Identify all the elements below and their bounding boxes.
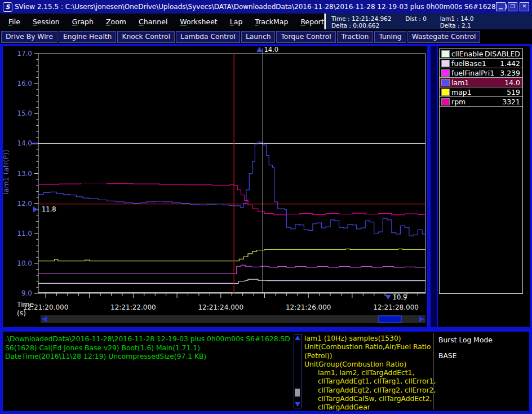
- cursor-status-box: Time : 12:21:24.962 Dist : 0 lam1 : 14.0…: [324, 14, 532, 29]
- menu-trackmap[interactable]: TrackMap: [249, 17, 294, 26]
- channel-value: DISABLED: [485, 50, 520, 58]
- tab-engine-health[interactable]: Engine Health: [59, 31, 116, 43]
- channel-value: 14.0: [504, 78, 520, 87]
- scroll-up-icon[interactable]: [295, 336, 300, 340]
- channel-legend: cllEnableDISABLEDfuelBase11.442fuelFinal…: [439, 49, 523, 294]
- channel-unit-info-line: cllTargAddCalSw, cllTargAddEct2,: [304, 395, 432, 403]
- x-tick-label: 12:21:26.000: [286, 303, 331, 311]
- menu-session[interactable]: Session: [26, 17, 66, 26]
- max-marker-icon: [256, 47, 262, 52]
- tab-tuning[interactable]: Tuning: [374, 31, 406, 43]
- channel-row-lam1[interactable]: lam114.0: [440, 78, 522, 87]
- y-tick-label: 13.0: [17, 170, 32, 178]
- x-tick-label: 12:21:24.000: [198, 303, 243, 311]
- menu-bar: FileSessionGraphZoomChannelWorksheetLapT…: [0, 14, 532, 29]
- channel-name: fuelFinalPri1: [451, 69, 500, 77]
- status-dist: Dist : 0: [405, 15, 438, 22]
- channel-row-fuelFinalPri1[interactable]: fuelFinalPri13.239: [440, 68, 522, 78]
- y-tick-label: 16.0: [17, 80, 32, 87]
- channel-unit-info-line: cllTargAddEgt2, cllTarg2, cllError2,: [304, 386, 432, 395]
- tab-traction[interactable]: Traction: [337, 31, 374, 43]
- channel-value: 3321: [502, 98, 520, 106]
- x-tick-label: 12:21:22.000: [110, 303, 156, 311]
- channel-color-swatch: [441, 50, 450, 58]
- info-panel: .\DownloadedData\2016-11-28\2016-11-28 1…: [3, 332, 529, 411]
- channel-color-swatch: [441, 69, 450, 77]
- channel-row-map1[interactable]: map1519: [440, 87, 522, 97]
- worksheet-tab-bar: Drive By WireEngine HealthKnock ControlL…: [0, 29, 532, 44]
- channel-color-swatch: [441, 98, 450, 105]
- y-tick-label: 11.0: [17, 230, 32, 237]
- tab-launch[interactable]: Launch: [241, 31, 276, 43]
- log-file-info-line: DateTime(2016\11\28 12:19) UncompressedS…: [5, 353, 290, 362]
- channel-name: map1: [451, 88, 507, 96]
- max-marker-label: 14.0: [264, 46, 278, 54]
- title-bar: S SView 2.15.5 : C:\Users\jonesen\OneDri…: [0, 0, 532, 14]
- y-tick-label: 9.0: [21, 289, 32, 297]
- channel-name: rpm: [451, 98, 502, 106]
- log-file-info-line: .\DownloadedData\2016-11-28\2016-11-28 1…: [5, 335, 290, 344]
- sview-logo-icon: S: [3, 2, 12, 12]
- status-channel-delta: Delta : 2.1: [440, 22, 471, 29]
- channel-unit-info-line: lam1 (10Hz) samples(1530): [304, 334, 432, 343]
- panel-splitter[interactable]: [431, 46, 437, 327]
- channel-value: 3.239: [500, 69, 520, 77]
- menu-file[interactable]: File: [2, 17, 26, 26]
- channel-panel: cllEnableDISABLEDfuelBase11.442fuelFinal…: [438, 46, 530, 327]
- menu-lap[interactable]: Lap: [224, 17, 249, 26]
- minimize-button[interactable]: ▁: [496, 2, 506, 11]
- channel-color-swatch: [441, 60, 450, 67]
- channel-name: fuelBase1: [451, 59, 500, 68]
- lam1-chart: 9.010.011.012.013.014.015.016.017.012:21…: [3, 46, 427, 327]
- channel-name: cllEnable: [451, 50, 485, 58]
- min-marker-label: 10.9: [393, 293, 407, 301]
- tab-torque-control[interactable]: Torque Control: [276, 31, 335, 43]
- menu-worksheet[interactable]: Worksheet: [174, 17, 223, 26]
- channel-row-rpm[interactable]: rpm3321: [440, 97, 522, 107]
- y-tick-label: 10.0: [17, 259, 32, 267]
- window-title: SView 2.15.5 : C:\Users\jonesen\OneDrive…: [15, 3, 507, 11]
- log-mode-label: Burst Log Mode: [438, 336, 493, 344]
- channel-unit-info-line: cllTargAddEgt1, cllTarg1, cllError1,: [304, 377, 432, 386]
- y-tick-label: 17.0: [17, 50, 32, 58]
- x-axis-title: (s): [17, 309, 26, 317]
- channel-unit-info-line: (Petrol)): [304, 352, 432, 360]
- y-tick-label: 15.0: [17, 109, 32, 117]
- tab-lambda-control[interactable]: Lambda Control: [176, 31, 240, 43]
- menu-channel[interactable]: Channel: [132, 17, 174, 26]
- plot-border: [38, 54, 425, 293]
- app-window: S SView 2.15.5 : C:\Users\jonesen\OneDri…: [0, 0, 532, 414]
- time-scrollbar-thumb[interactable]: [379, 316, 401, 323]
- maximize-button[interactable]: ❐: [508, 2, 517, 11]
- time-scrollbar-track[interactable]: [41, 315, 425, 323]
- min-marker-icon: [385, 295, 391, 300]
- channel-info-scrollbar[interactable]: [294, 334, 302, 408]
- y-tick-label: 12.0: [17, 200, 32, 208]
- tab-wastegate-control[interactable]: Wastegate Control: [407, 31, 481, 43]
- log-mode-info: Burst Log Mode BASE: [438, 336, 493, 368]
- log-file-info: .\DownloadedData\2016-11-28\2016-11-28 1…: [5, 335, 290, 362]
- channel-unit-info-line: UnitGroup(Combustion Ratio): [304, 360, 432, 369]
- scrollbar-thumb[interactable]: [295, 389, 300, 397]
- trace-fuelFinalPri1: [38, 265, 425, 274]
- channel-value: 519: [507, 88, 520, 96]
- tab-drive-by-wire[interactable]: Drive By Wire: [1, 31, 57, 43]
- channel-row-cllEnable[interactable]: cllEnableDISABLED: [440, 49, 522, 59]
- trace-map1: [38, 249, 425, 261]
- menu-zoom[interactable]: Zoom: [100, 17, 132, 26]
- channel-unit-info-line: Unit(Combustion Ratio,Air/Fuel Ratio: [304, 343, 432, 351]
- tab-knock-control[interactable]: Knock Control: [117, 31, 175, 43]
- cal-mode-label: BASE: [438, 352, 493, 360]
- menu-graph[interactable]: Graph: [66, 17, 100, 26]
- footer-divider: [433, 333, 433, 409]
- channel-unit-info-line: cllTargAddGear: [304, 403, 432, 412]
- channel-row-fuelBase1[interactable]: fuelBase11.442: [440, 59, 522, 68]
- scroll-down-icon[interactable]: [295, 402, 300, 407]
- close-button[interactable]: ✕: [520, 2, 529, 11]
- channel-color-swatch: [441, 79, 450, 86]
- channel-value: 1.442: [500, 59, 520, 68]
- left-marker-icon: [33, 206, 38, 212]
- status-channel-value: lam1 : 14.0: [440, 15, 474, 22]
- channel-color-swatch: [441, 89, 450, 96]
- status-time: Time : 12:21:24.962: [331, 15, 404, 22]
